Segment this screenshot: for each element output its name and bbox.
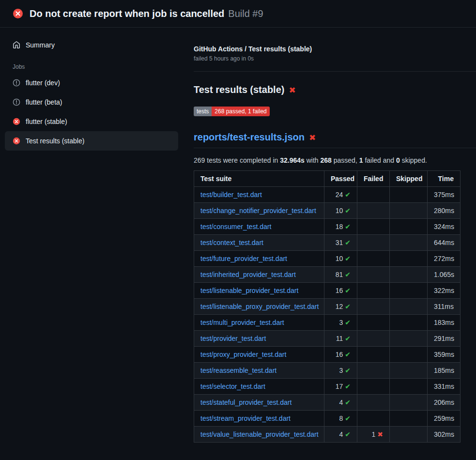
test-suite-link[interactable]: test/change_notifier_provider_test.dart: [200, 207, 316, 215]
passed-cell: 3✔: [324, 363, 357, 379]
test-suite-link[interactable]: test/listenable_proxy_provider_test.dart: [200, 303, 319, 310]
count-value: 3: [339, 319, 343, 326]
test-suite-row: test/reassemble_test.dart3✔185ms: [194, 363, 461, 379]
failed-cell: [357, 267, 390, 283]
x-circle-icon: [13, 118, 20, 125]
section-heading: Test results (stable) ✖: [194, 84, 476, 95]
test-suite-link[interactable]: test/reassemble_test.dart: [200, 367, 276, 374]
test-suite-link[interactable]: test/stream_provider_test.dart: [200, 414, 291, 422]
skipped-cell: [390, 427, 428, 443]
passed-cell: 17✔: [324, 379, 357, 395]
sidebar-item-test-results-stable[interactable]: Test results (stable): [5, 131, 178, 151]
test-suite-link[interactable]: test/listenable_provider_test.dart: [200, 287, 298, 294]
check-icon: ✔: [345, 207, 351, 215]
test-suite-link[interactable]: test/value_listenable_provider_test.dart: [200, 430, 319, 438]
sidebar-item-summary[interactable]: Summary: [5, 36, 178, 54]
check-icon: ✔: [345, 430, 351, 438]
passed-cell: 12✔: [324, 299, 357, 315]
time-cell: 375ms: [428, 187, 461, 203]
test-suite-link[interactable]: test/inherited_provider_test.dart: [200, 271, 296, 278]
sidebar-item-flutter-beta[interactable]: flutter (beta): [5, 92, 178, 112]
passed-cell: 10✔: [324, 251, 357, 267]
failed-cell: [357, 315, 390, 331]
failed-cell: 1✖: [357, 427, 390, 443]
test-results-table: Test suitePassedFailedSkippedTime test/b…: [194, 170, 461, 443]
test-suite-row: test/stateful_provider_test.dart4✔206ms: [194, 395, 461, 411]
column-header-passed: Passed: [324, 171, 357, 187]
check-icon: ✔: [345, 303, 351, 310]
failed-cell: [357, 235, 390, 251]
failed-cell: [357, 203, 390, 219]
job-label: flutter (beta): [26, 98, 62, 106]
failed-cell: [357, 363, 390, 379]
time-cell: 1.065s: [428, 267, 461, 283]
check-icon: ✔: [345, 414, 351, 422]
x-mark-icon: ✖: [289, 85, 295, 95]
count-value: 4: [339, 430, 343, 438]
breadcrumb: GitHub Actions / Test results (stable): [194, 45, 476, 53]
check-icon: ✔: [345, 287, 351, 294]
cancelled-icon: [13, 79, 20, 87]
time-cell: 644ms: [428, 235, 461, 251]
home-icon: [13, 41, 20, 49]
time-cell: 291ms: [428, 331, 461, 347]
test-suite-link[interactable]: test/consumer_test.dart: [200, 223, 271, 230]
passed-cell: 8✔: [324, 411, 357, 427]
page-header: Do not create report when job is cancell…: [0, 0, 476, 28]
passed-cell: 81✔: [324, 267, 357, 283]
job-label: Test results (stable): [26, 137, 84, 145]
badge-label: tests: [194, 107, 212, 116]
summary-segment: 1: [359, 156, 363, 164]
x-mark-icon: ✖: [309, 133, 316, 143]
test-suite-link[interactable]: test/builder_test.dart: [200, 191, 262, 199]
failed-cell: [357, 187, 390, 203]
count-value: 16: [336, 287, 343, 294]
time-cell: 302ms: [428, 427, 461, 443]
count-value: 11: [336, 335, 343, 342]
column-header-failed: Failed: [357, 171, 390, 187]
skipped-cell: [390, 299, 428, 315]
summary-segment: failed and: [363, 156, 397, 164]
divider: [194, 71, 476, 72]
table-body: test/builder_test.dart24✔375mstest/chang…: [194, 187, 461, 443]
header-titles: Do not create report when job is cancell…: [30, 8, 263, 19]
passed-cell: 10✔: [324, 203, 357, 219]
test-suite-link[interactable]: test/multi_provider_test.dart: [200, 319, 284, 326]
test-suite-link[interactable]: test/stateful_provider_test.dart: [200, 399, 292, 406]
check-icon: ✔: [345, 239, 351, 246]
build-number: Build #9: [228, 8, 263, 19]
skipped-cell: [390, 283, 428, 299]
test-suite-row: test/multi_provider_test.dart3✔183ms: [194, 315, 461, 331]
summary-label: Summary: [26, 41, 55, 49]
summary-segment: 269 tests were completed in: [194, 156, 280, 164]
test-suite-row: test/context_test.dart31✔644ms: [194, 235, 461, 251]
failed-cell: [357, 347, 390, 363]
check-icon: ✔: [345, 399, 351, 406]
count-value: 17: [336, 383, 343, 390]
time-cell: 259ms: [428, 411, 461, 427]
count-value: 3: [339, 367, 343, 374]
test-suite-link[interactable]: test/context_test.dart: [200, 239, 263, 246]
skipped-cell: [390, 363, 428, 379]
test-suite-row: test/selector_test.dart17✔331ms: [194, 379, 461, 395]
check-icon: ✔: [345, 335, 351, 342]
failed-cell: [357, 379, 390, 395]
skipped-cell: [390, 411, 428, 427]
sidebar-item-flutter-stable[interactable]: flutter (stable): [5, 112, 178, 131]
test-suite-link[interactable]: test/selector_test.dart: [200, 383, 265, 390]
test-suite-link[interactable]: test/proxy_provider_test.dart: [200, 351, 286, 358]
count-value: 8: [339, 414, 343, 422]
failed-cell: [357, 251, 390, 267]
sidebar-item-flutter-dev[interactable]: flutter (dev): [5, 73, 178, 92]
test-suite-link[interactable]: test/future_provider_test.dart: [200, 255, 287, 262]
passed-cell: 31✔: [324, 235, 357, 251]
test-suite-link[interactable]: test/provider_test.dart: [200, 335, 266, 342]
check-icon: ✔: [345, 271, 351, 278]
column-header-skipped: Skipped: [390, 171, 428, 187]
time-cell: 280ms: [428, 203, 461, 219]
count-value: 18: [336, 223, 343, 230]
report-link[interactable]: reports/test-results.json: [194, 132, 305, 143]
count-value: 16: [336, 351, 343, 358]
count-value: 10: [336, 255, 343, 262]
column-header-test-suite: Test suite: [194, 171, 324, 187]
